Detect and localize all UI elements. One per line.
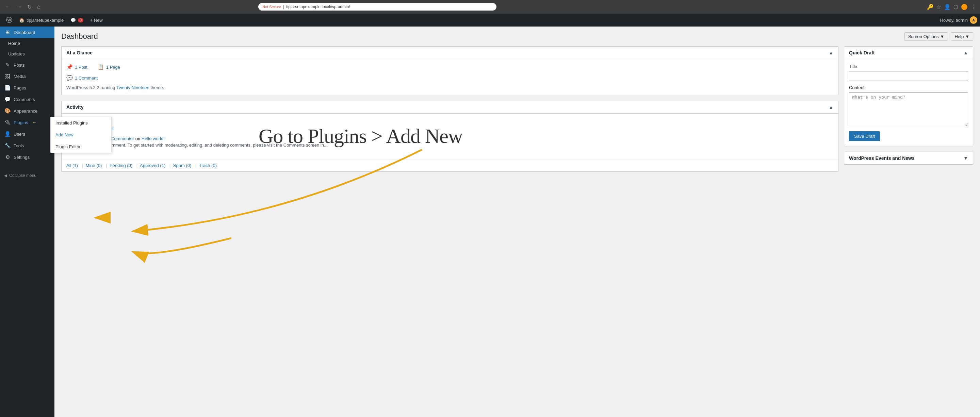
address-bar[interactable]: Not Secure | tipjarsetupexample.local/wp… <box>258 3 496 11</box>
filter-pending[interactable]: Pending (0) <box>110 163 132 168</box>
sidebar-item-posts[interactable]: ✎ Posts <box>0 59 54 71</box>
filter-all[interactable]: All (1) <box>66 163 78 168</box>
activity-body: Recently Published Today, 2:04 Hello wor… <box>62 114 838 159</box>
wp-logo-icon: ⓦ <box>6 16 12 24</box>
plugins-label: Plugins <box>14 120 28 125</box>
sidebar-item-updates[interactable]: Updates <box>0 49 54 59</box>
media-icon: 🖼 <box>4 73 11 79</box>
plugins-arrow-icon: ← <box>32 119 37 125</box>
star-icon[interactable]: ☆ <box>937 4 941 10</box>
draft-content-textarea[interactable] <box>849 92 968 126</box>
refresh-button[interactable]: ↻ <box>26 3 33 11</box>
sidebar-item-dashboard[interactable]: ⊞ Dashboard <box>0 27 54 38</box>
screen-options-chevron: ▼ <box>940 34 945 39</box>
extensions-icon[interactable]: ⬡ <box>953 4 958 10</box>
sidebar-item-comments[interactable]: 💬 Comments <box>0 94 54 105</box>
browser-chrome: ← → ↻ ⌂ Not Secure | tipjarsetupexample.… <box>0 0 980 14</box>
forward-button[interactable]: → <box>15 3 23 11</box>
screen-options-label: Screen Options <box>908 34 939 39</box>
profile-icon[interactable]: 🟠 <box>961 4 968 10</box>
wp-admin-bar: ⓦ 🏠 tipjarsetupexample 💬 0 + New Howdy, … <box>0 14 980 27</box>
activity-toggle[interactable]: ▲ <box>829 105 833 110</box>
submenu-add-new[interactable]: Add New <box>51 129 111 141</box>
submenu-installed-plugins[interactable]: Installed Plugins <box>51 117 111 129</box>
pages-label: Pages <box>14 86 26 90</box>
events-header: WordPress Events and News ▼ <box>844 152 973 165</box>
comment-stat-icon: 💬 <box>66 75 73 81</box>
sidebar-item-tools[interactable]: 🔧 Tools <box>0 140 54 151</box>
help-label: Help <box>955 34 964 39</box>
collapse-menu-item[interactable]: ◀ Collapse menu <box>0 170 54 181</box>
comment-on-text: on <box>135 136 142 141</box>
wp-logo-item[interactable]: ⓦ <box>3 14 16 27</box>
account-icon[interactable]: 👤 <box>944 4 951 10</box>
settings-label: Settings <box>14 155 30 160</box>
filter-trash[interactable]: Trash (0) <box>199 163 217 168</box>
page-count: 1 Page <box>106 65 120 70</box>
page-header: Dashboard Screen Options ▼ Help ▼ <box>61 32 973 41</box>
users-icon: 👤 <box>4 131 11 137</box>
posts-label: Posts <box>14 63 25 68</box>
comment-icon: 💬 <box>70 18 76 23</box>
home-button[interactable]: ⌂ <box>36 3 42 11</box>
tools-label: Tools <box>14 143 24 148</box>
site-name-item[interactable]: 🏠 tipjarsetupexample <box>16 14 67 27</box>
media-label: Media <box>14 74 25 79</box>
at-a-glance-stats: 📌 1 Post 📋 1 Page <box>66 64 833 70</box>
user-avatar[interactable]: A <box>970 16 977 24</box>
sidebar-item-pages[interactable]: 📄 Pages <box>0 82 54 94</box>
comments-label: Comments <box>14 97 35 102</box>
page-stat-icon: 📋 <box>98 64 104 70</box>
draft-title-input[interactable] <box>849 71 968 81</box>
sidebar-item-settings[interactable]: ⚙ Settings <box>0 151 54 163</box>
url-text: tipjarsetupexample.local/wp-admin/ <box>286 5 350 9</box>
content-grid: At a Glance ▲ 📌 1 Post 📋 1 Page <box>61 46 973 177</box>
appearance-label: Appearance <box>14 108 37 114</box>
comment-count-badge: 0 <box>78 18 83 22</box>
pages-icon: 📄 <box>4 85 11 91</box>
save-draft-button[interactable]: Save Draft <box>849 131 880 141</box>
events-widget: WordPress Events and News ▼ <box>844 152 973 165</box>
page-stat[interactable]: 📋 1 Page <box>98 64 120 70</box>
tools-icon: 🔧 <box>4 143 11 149</box>
plugins-submenu: Installed Plugins Add New Plugin Editor <box>50 117 111 153</box>
sidebar-item-plugins[interactable]: 🔌 Plugins ← Installed Plugins Add New Pl… <box>0 117 54 128</box>
sidebar: ⊞ Dashboard Home Updates ✎ Posts 🖼 Media… <box>0 27 54 417</box>
at-a-glance-body: 📌 1 Post 📋 1 Page 💬 1 Comment <box>62 59 838 95</box>
filter-mine[interactable]: Mine (0) <box>86 163 102 168</box>
quick-draft-toggle[interactable]: ▲ <box>963 50 968 55</box>
recently-published-label: Recently Published <box>66 118 833 124</box>
help-button[interactable]: Help ▼ <box>951 32 973 41</box>
comments-item[interactable]: 💬 0 <box>67 14 87 27</box>
submenu-plugin-editor[interactable]: Plugin Editor <box>51 141 111 153</box>
back-button[interactable]: ← <box>4 3 12 11</box>
at-a-glance-title: At a Glance <box>66 50 92 55</box>
at-a-glance-toggle[interactable]: ▲ <box>829 50 833 55</box>
comment-text: Hi, this is a comment. To get started wi… <box>84 143 833 147</box>
filter-spam[interactable]: Spam (0) <box>173 163 191 168</box>
filter-approved[interactable]: Approved (1) <box>140 163 165 168</box>
screen-options-button[interactable]: Screen Options ▼ <box>904 32 948 41</box>
sidebar-item-appearance[interactable]: 🎨 Appearance <box>0 105 54 117</box>
sidebar-item-users[interactable]: 👤 Users <box>0 128 54 140</box>
appearance-icon: 🎨 <box>4 108 11 114</box>
site-name-icon: 🏠 <box>19 18 24 23</box>
new-content-item[interactable]: + New <box>87 14 106 27</box>
separator-1: | <box>82 163 83 168</box>
at-a-glance-header: At a Glance ▲ <box>62 47 838 59</box>
comment-post-link[interactable]: Hello world! <box>142 136 165 141</box>
separator-2: | <box>106 163 107 168</box>
activity-post-item: Today, 2:04 Hello world! <box>66 126 833 131</box>
menu-icon[interactable]: ⋮ <box>970 4 976 10</box>
theme-link[interactable]: Twenty Nineteen <box>116 85 150 90</box>
sidebar-item-home[interactable]: Home <box>0 38 54 49</box>
collapse-label: Collapse menu <box>9 173 37 178</box>
sidebar-item-media[interactable]: 🖼 Media <box>0 71 54 82</box>
key-icon[interactable]: 🔑 <box>927 4 934 10</box>
comment-stat[interactable]: 💬 1 Comment <box>66 75 833 81</box>
events-toggle[interactable]: ▼ <box>963 155 968 161</box>
post-stat[interactable]: 📌 1 Post <box>66 64 88 70</box>
activity-widget: Activity ▲ Recently Published Today, 2:0… <box>61 101 838 172</box>
main-content: Dashboard Screen Options ▼ Help ▼ At <box>54 27 980 417</box>
updates-label: Updates <box>8 51 24 57</box>
